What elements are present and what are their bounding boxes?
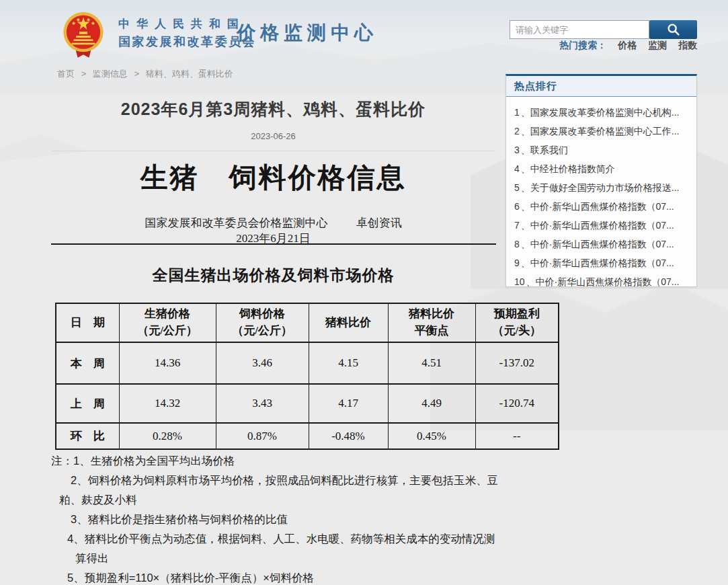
breadcrumb-separator: > (134, 69, 139, 79)
item-separator: 、 (521, 201, 530, 212)
cell: -137.02 (475, 342, 559, 384)
search-input[interactable] (510, 20, 649, 39)
hot-ranking-title: 热点排行 (506, 76, 696, 97)
article-title: 2023年6月第3周猪料、鸡料、蛋料比价 (50, 98, 496, 120)
hot-term-monitor[interactable]: 监测 (648, 40, 667, 50)
note-line-7: 5、预期盈利=110×（猪料比价-平衡点）×饲料价格 (51, 568, 503, 585)
divider-light (52, 151, 495, 151)
hot-ranking-item-9[interactable]: 9、中价·新华山西焦煤价格指数（07... (514, 254, 690, 272)
item-title: 中价·新华山西焦煤价格指数（07... (530, 220, 674, 231)
item-separator: 、 (521, 239, 530, 249)
search-button[interactable] (649, 20, 697, 39)
item-rank: 5 (514, 182, 520, 193)
note-line-2: 2、饲料价格为饲料原料市场平均价格，按照成品饲料配比进行核算，主要包括玉米、豆 (51, 471, 503, 490)
item-separator: 、 (521, 163, 530, 174)
item-rank: 6 (514, 201, 520, 212)
hot-ranking-item-3[interactable]: 3、联系我们 (514, 141, 690, 159)
divider-dark (51, 243, 496, 245)
hot-term-index[interactable]: 指数 (678, 40, 697, 50)
item-title: 国家发展改革委价格监测中心工作... (530, 126, 680, 136)
cell: -120.74 (475, 384, 559, 423)
price-table: 日 期 生猪价格 （元/公斤） 饲料价格 （元/公斤） 猪料比价 猪料比价 平衡… (55, 303, 559, 450)
col-header-expected-profit: 预期盈利 （元/头） (475, 303, 559, 342)
note-line-6: 算得出 (51, 549, 503, 568)
col-header-pig-feed-ratio: 猪料比价 (309, 303, 388, 342)
item-separator: 、 (521, 182, 530, 193)
hot-term-price[interactable]: 价格 (618, 40, 637, 50)
item-title: 联系我们 (530, 145, 568, 155)
breadcrumb-home[interactable]: 首页 (57, 69, 75, 79)
row-label: 上 周 (56, 384, 119, 423)
cell: 3.46 (216, 342, 309, 384)
hot-ranking-item-8[interactable]: 8、中价·新华山西焦煤价格指数（07... (514, 235, 690, 254)
cell: 0.28% (119, 423, 216, 449)
col-header-pig-price: 生猪价格 （元/公斤） (119, 303, 216, 342)
item-title: 中经社价格指数简介 (530, 163, 615, 174)
item-separator: 、 (521, 258, 530, 268)
cell: 4.51 (388, 342, 475, 384)
hot-ranking-item-1[interactable]: 1、国家发展改革委价格监测中心机构... (514, 103, 690, 122)
hot-ranking-panel: 热点排行 1、国家发展改革委价格监测中心机构... 2、国家发展改革委价格监测中… (505, 74, 697, 287)
table-row-last-week: 上 周 14.32 3.43 4.17 4.49 -120.74 (56, 384, 559, 423)
hot-ranking-item-4[interactable]: 4、中经社价格指数简介 (514, 159, 690, 178)
cell: 0.45% (388, 423, 475, 449)
item-rank: 10 (514, 276, 525, 287)
item-rank: 9 (514, 258, 520, 268)
item-rank: 2 (514, 126, 520, 136)
footnotes: 注：1、生猪价格为全国平均出场价格 2、饲料价格为饲料原料市场平均价格，按照成品… (51, 451, 503, 585)
item-rank: 7 (514, 220, 520, 231)
note-line-5: 4、猪料比价平衡点为动态值，根据饲料、人工、水电暖、药物等相关成本的变动情况测 (51, 529, 503, 549)
item-rank: 4 (514, 163, 520, 174)
breadcrumb-monitor-info[interactable]: 监测信息 (93, 69, 128, 79)
byline-source: 卓创资讯 (356, 217, 402, 229)
row-label: 环 比 (56, 423, 119, 449)
cell: 4.49 (388, 384, 475, 423)
site-title: 价格监测中心 (237, 20, 378, 46)
national-emblem-logo (58, 7, 109, 60)
item-separator: 、 (521, 145, 530, 155)
article-publish-date: 2023-06-26 (50, 131, 496, 141)
item-rank: 3 (514, 145, 520, 155)
table-row-this-week: 本 周 14.36 3.46 4.15 4.51 -137.02 (56, 342, 559, 384)
item-rank: 8 (514, 239, 520, 249)
hot-ranking-list: 1、国家发展改革委价格监测中心机构... 2、国家发展改革委价格监测中心工作..… (506, 97, 696, 287)
hot-ranking-item-7[interactable]: 7、中价·新华山西焦煤价格指数（07... (514, 216, 690, 235)
col-header-date: 日 期 (56, 303, 119, 342)
hot-ranking-item-2[interactable]: 2、国家发展改革委价格监测中心工作... (514, 122, 690, 141)
breadcrumb-separator: > (81, 69, 87, 79)
item-title: 中价·新华山西焦煤价格指数（07... (530, 201, 674, 212)
breadcrumb: 首页 > 监测信息 > 猪料、鸡料、蛋料比价 (57, 68, 233, 80)
cell: 14.32 (119, 384, 216, 423)
item-separator: 、 (521, 107, 530, 118)
cell: 14.36 (119, 342, 216, 384)
hot-search-line: 热门搜索： 价格 监测 指数 (510, 40, 697, 52)
item-title: 中价·新华山西焦煤价格指数（07... (530, 258, 674, 268)
item-separator: 、 (521, 126, 530, 136)
row-label: 本 周 (56, 342, 119, 384)
col-header-feed-price: 饲料价格 （元/公斤） (216, 303, 309, 342)
document-byline: 国家发展和改革委员会价格监测中心 卓创资讯 (50, 215, 496, 231)
item-separator: 、 (526, 276, 536, 287)
search-icon (666, 22, 681, 37)
hot-ranking-item-10[interactable]: 10、中价·新华山西焦煤价格指数（07... (514, 272, 690, 287)
cell: 4.17 (309, 384, 388, 423)
item-title: 中价·新华山西焦煤价格指数（07... (530, 239, 674, 249)
item-title: 国家发展改革委价格监测中心机构... (530, 107, 680, 118)
org-line1: 中华人民共和国 (118, 16, 256, 32)
hot-ranking-item-6[interactable]: 6、中价·新华山西焦煤价格指数（07... (514, 197, 690, 216)
cell: 3.43 (216, 384, 309, 423)
table-header-row: 日 期 生猪价格 （元/公斤） 饲料价格 （元/公斤） 猪料比价 猪料比价 平衡… (56, 303, 559, 342)
cell: 0.87% (216, 423, 309, 449)
page: 中华人民共和国 国家发展和改革委员会 价格监测中心 热门搜索： 价格 监测 指数… (0, 0, 728, 585)
hot-search-label: 热门搜索： (559, 40, 606, 50)
cell: 4.15 (309, 342, 388, 384)
item-separator: 、 (521, 220, 530, 231)
org-name-block: 中华人民共和国 国家发展和改革委员会 (118, 16, 256, 50)
item-title: 中价·新华山西焦煤价格指数（07... (536, 276, 680, 287)
hot-ranking-item-5[interactable]: 5、关于做好全国劳动力市场价格报送... (514, 178, 690, 197)
note-line-4: 3、猪料比价是指生猪价格与饲料价格的比值 (51, 510, 503, 529)
item-rank: 1 (514, 107, 520, 118)
breadcrumb-current: 猪料、鸡料、蛋料比价 (146, 69, 233, 79)
note-line-1: 注：1、生猪价格为全国平均出场价格 (51, 451, 503, 471)
org-line2: 国家发展和改革委员会 (118, 34, 256, 50)
